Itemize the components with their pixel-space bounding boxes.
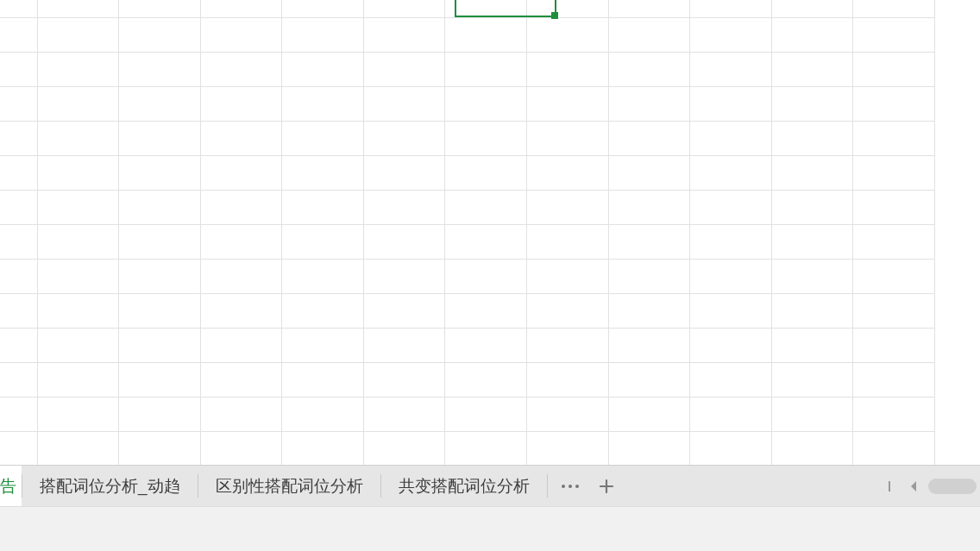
horizontal-scroll-area [887,466,980,506]
sheet-tab-label: 共变搭配词位分析 [399,475,530,498]
cells-table[interactable] [0,0,935,465]
scroll-left-icon[interactable] [908,476,920,497]
sheet-tab-label: 告 [0,475,16,498]
svg-point-2 [575,485,579,488]
add-sheet-icon[interactable] [596,476,617,497]
sheet-tab-distinctive-analysis[interactable]: 区别性搭配词位分析 [198,466,380,506]
more-sheets-icon[interactable] [560,476,581,497]
sheet-tab-active-partial[interactable]: 告 [0,466,22,506]
status-bar [0,506,980,551]
spreadsheet-grid[interactable] [0,0,980,465]
spreadsheet-app: 告 搭配词位分析_动趋 区别性搭配词位分析 共变搭配词位分析 [0,0,980,551]
scroll-first-icon[interactable] [887,476,899,497]
sheet-tab-label: 区别性搭配词位分析 [216,475,363,498]
fill-handle[interactable] [551,12,558,19]
svg-point-0 [562,485,565,488]
svg-rect-5 [889,481,890,492]
sheet-bar-extras [548,466,629,506]
sheet-tab-collocation-analysis[interactable]: 搭配词位分析_动趋 [22,466,198,506]
svg-marker-6 [911,481,916,492]
horizontal-scrollbar[interactable] [928,479,977,494]
svg-point-1 [569,485,572,488]
sheet-tab-label: 搭配词位分析_动趋 [40,475,180,498]
sheet-tab-covarying-analysis[interactable]: 共变搭配词位分析 [381,466,547,506]
sheet-tab-bar: 告 搭配词位分析_动趋 区别性搭配词位分析 共变搭配词位分析 [0,465,980,506]
